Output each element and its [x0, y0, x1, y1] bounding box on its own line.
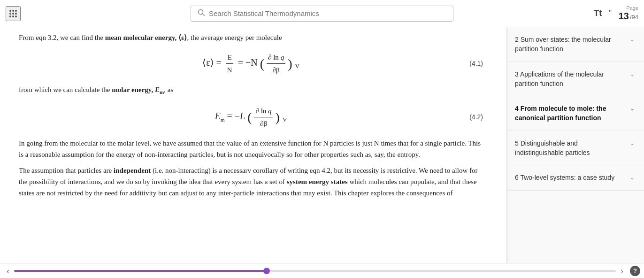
chevron-icon-5: ⌄	[630, 139, 635, 147]
para4-text-1: The assumption that particles are	[19, 167, 114, 174]
close-paren-2: )	[276, 109, 280, 124]
page-label: Page	[626, 5, 638, 11]
bottombar: ‹ › ?	[0, 263, 644, 278]
subscript-V-2: V	[283, 116, 287, 123]
frac-dlnq-dbeta-2: ∂ ln q ∂β	[254, 105, 273, 129]
subscript-V-1: V	[295, 62, 299, 70]
sidebar-item-6-label: 6 Two-level systems: a case study	[515, 173, 614, 182]
current-page-number[interactable]: 13	[619, 11, 629, 22]
open-paren-1: (	[260, 56, 264, 71]
page-navigation: Page 13 /94	[619, 5, 638, 22]
sidebar-item-3-label: 3 Applications of the molecular partitio…	[515, 70, 625, 89]
sidebar-item-2-label: 2 Sum over states: the molecular partiti…	[515, 35, 625, 54]
sidebar: 2 Sum over states: the molecular partiti…	[507, 27, 644, 263]
frac-E-N: E N	[226, 52, 234, 76]
search-bar[interactable]	[191, 6, 453, 22]
chevron-icon-4: ⌄	[630, 105, 635, 113]
total-pages: /94	[630, 14, 638, 21]
progress-track[interactable]	[14, 270, 616, 272]
sidebar-item-5-label: 5 Distinguishable and indistinguishable …	[515, 139, 625, 158]
para4-bold-system-energy: system energy states	[287, 178, 348, 185]
bold-molar-energy: molar energy, Em	[112, 86, 164, 93]
help-button[interactable]: ?	[630, 266, 640, 276]
content-area: From eqn 3.2, we can find the mean molec…	[0, 27, 507, 263]
eq-label-4-2: (4.2)	[469, 112, 483, 122]
chevron-icon-6: ⌄	[630, 174, 635, 182]
topbar: Tt " Page 13 /94	[0, 0, 644, 27]
sidebar-item-5[interactable]: 5 Distinguishable and indistinguishable …	[507, 131, 644, 166]
equation-4-2: Em = −L ( ∂ ln q ∂β ) V (4.2)	[19, 105, 483, 129]
progress-fill	[14, 270, 267, 272]
sidebar-item-4-label: 4 From molecule to mole: the canonical p…	[515, 104, 625, 123]
frac-dlnq-dbeta: ∂ ln q ∂β	[267, 52, 285, 76]
svg-line-1	[203, 14, 205, 15]
eq-label-4-1: (4.1)	[469, 58, 483, 69]
chevron-icon-2: ⌄	[630, 36, 635, 44]
close-paren-1: )	[288, 56, 292, 71]
para4-bold-independent: independent	[114, 167, 151, 174]
main-area: From eqn 3.2, we can find the mean molec…	[0, 27, 644, 263]
search-icon	[198, 9, 205, 18]
topbar-right: Tt " Page 13 /94	[594, 5, 638, 22]
paragraph-4: The assumption that particles are indepe…	[19, 165, 483, 199]
equation-4-1: ⟨ε⟩ = E N = −N ( ∂ ln q ∂β ) V (4.1)	[19, 52, 483, 76]
chevron-icon-3: ⌄	[630, 70, 635, 78]
sidebar-item-6[interactable]: 6 Two-level systems: a case study ⌄	[507, 165, 644, 190]
sidebar-item-3[interactable]: 3 Applications of the molecular partitio…	[507, 62, 644, 97]
sidebar-item-4[interactable]: 4 From molecule to mole: the canonical p…	[507, 96, 644, 131]
open-paren-2: (	[247, 109, 252, 124]
sidebar-item-2[interactable]: 2 Sum over states: the molecular partiti…	[507, 27, 644, 62]
paragraph-3: In going from the molecular to the molar…	[19, 138, 483, 160]
paragraph-1: From eqn 3.2, we can find the mean molec…	[19, 32, 483, 43]
font-style-button[interactable]: Tt	[594, 8, 602, 18]
progress-thumb[interactable]	[263, 268, 270, 274]
search-input[interactable]	[209, 9, 446, 17]
bold-text-mean-energy: mean molecular energy, ⟨ε⟩	[105, 34, 187, 41]
next-page-button[interactable]: ›	[618, 267, 626, 275]
paragraph-2: from which we can calculate the molar en…	[19, 84, 483, 97]
quote-button[interactable]: "	[608, 8, 612, 18]
equation-4-2-math: Em = −L ( ∂ ln q ∂β ) V	[215, 105, 287, 129]
prev-page-button[interactable]: ‹	[4, 267, 12, 275]
grid-menu-button[interactable]	[6, 6, 21, 21]
equation-4-1-math: ⟨ε⟩ = E N = −N ( ∂ ln q ∂β ) V	[202, 52, 299, 76]
